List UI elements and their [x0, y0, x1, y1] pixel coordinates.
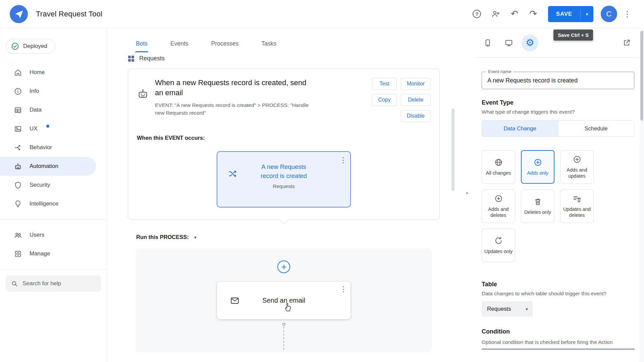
trash-icon — [533, 197, 542, 206]
tab-processes[interactable]: Processes — [211, 38, 239, 52]
globe-icon — [494, 158, 503, 167]
behavior-icon — [14, 143, 22, 152]
tab-tasks[interactable]: Tasks — [261, 38, 277, 52]
sidebar-item-intelligence[interactable]: Intelligence — [0, 194, 107, 213]
step-card-send-email[interactable]: Send an email ⋮ — [217, 281, 351, 319]
sidebar-item-behavior[interactable]: Behavior — [0, 138, 107, 157]
settings-icon: ⚙ — [526, 38, 534, 48]
segment-data-change[interactable]: Data Change — [482, 121, 558, 136]
panel-collapse-handle[interactable]: ▸ — [466, 190, 469, 196]
step-menu-button[interactable]: ⋮ — [340, 285, 347, 294]
sidebar-item-users[interactable]: Users — [0, 226, 107, 244]
sidebar-nav-secondary: Users Manage — [0, 226, 107, 263]
open-in-new-button[interactable] — [618, 35, 635, 51]
app-header: Travel Request Tool ? ↶ ↷ SAVE ▾ C ⋮ — [0, 0, 644, 28]
redo-button[interactable]: ↷ — [525, 6, 541, 22]
help-button[interactable]: ? — [469, 6, 485, 22]
event-node[interactable]: ⋮ A new Requests record is created Reque… — [217, 151, 351, 207]
page-scrollbar-thumb[interactable] — [640, 31, 643, 121]
option-adds-and-deletes[interactable]: Adds and deletes — [482, 189, 515, 223]
sidebar-item-data[interactable]: Data — [0, 101, 107, 119]
sidebar-nav: Home Info Data UX Behavior — [0, 63, 107, 213]
option-all-changes[interactable]: All changes — [482, 150, 515, 184]
copy-button[interactable]: Copy — [372, 94, 396, 106]
sidebar-item-label: Security — [30, 182, 50, 188]
breadcrumb-label[interactable]: Requests — [139, 55, 165, 62]
table-question: Data changes to which table should trigg… — [482, 291, 634, 297]
add-person-icon — [491, 9, 500, 18]
bot-card: When a new Requests record is created, s… — [128, 69, 440, 220]
avatar-initial: C — [606, 10, 612, 18]
collapse-notch[interactable] — [279, 215, 288, 224]
chevron-right-icon: ▸ — [466, 190, 469, 195]
lightbulb-icon — [14, 200, 22, 208]
more-options-button[interactable]: ⋮ — [619, 6, 635, 22]
deployed-status-badge[interactable]: Deployed — [6, 39, 55, 54]
sidebar-item-security[interactable]: Security — [0, 176, 107, 194]
home-icon — [14, 68, 22, 77]
delete-button[interactable]: Delete — [401, 94, 431, 106]
app-title: Travel Request Tool — [36, 10, 102, 18]
sidebar-item-info[interactable]: Info — [0, 82, 107, 101]
share-add-person-button[interactable] — [488, 6, 504, 22]
shuffle-icon — [228, 169, 237, 178]
sidebar-divider — [0, 269, 107, 269]
connector-node — [282, 323, 285, 326]
option-label: Updates and deletes — [562, 206, 592, 218]
save-button[interactable]: SAVE ▾ — [548, 6, 593, 22]
segment-schedule[interactable]: Schedule — [558, 121, 634, 136]
search-input[interactable] — [22, 280, 97, 287]
plus-circle-icon — [533, 158, 542, 167]
option-adds-only[interactable]: Adds only — [521, 150, 554, 184]
chevron-down-icon: ▾ — [586, 11, 588, 17]
option-updates-only[interactable]: Updates only — [482, 229, 515, 262]
save-dropdown-button[interactable]: ▾ — [581, 6, 593, 22]
sidebar-item-label: Info — [30, 88, 39, 95]
plus-circle-icon — [573, 155, 582, 164]
tab-bots[interactable]: Bots — [135, 38, 148, 52]
monitor-button[interactable]: Monitor — [401, 78, 431, 90]
option-label: Adds only — [527, 170, 548, 176]
main-scrollbar-thumb[interactable] — [451, 109, 454, 191]
process-section-header[interactable]: Run this PROCESS: ▾ — [136, 234, 474, 240]
process-section-label: Run this PROCESS: — [136, 234, 189, 240]
account-avatar[interactable]: C — [601, 6, 617, 22]
event-type-heading: Event Type — [482, 99, 634, 106]
event-node-table: Requests — [224, 183, 343, 189]
sidebar-divider — [0, 219, 107, 220]
disable-button[interactable]: Disable — [401, 110, 431, 122]
desktop-preview-button[interactable] — [500, 35, 517, 51]
sidebar-item-automation[interactable]: Automation — [0, 157, 96, 176]
option-updates-and-deletes[interactable]: Updates and deletes — [560, 189, 594, 223]
more-vert-icon: ⋮ — [339, 156, 347, 164]
option-adds-and-updates[interactable]: Adds and updates — [560, 150, 594, 184]
option-deletes-only[interactable]: Deletes only — [521, 189, 554, 223]
event-type-question: What type of change triggers this event? — [482, 109, 634, 115]
settings-tab-button[interactable]: ⚙ — [522, 35, 538, 51]
sidebar-item-label: UX — [30, 125, 38, 132]
sidebar-item-label: Manage — [30, 250, 50, 257]
breadcrumb: Requests — [128, 55, 474, 62]
table-select[interactable]: Requests ▾ — [482, 301, 533, 317]
sidebar-item-ux[interactable]: UX — [0, 119, 107, 138]
paper-plane-icon — [14, 9, 23, 19]
refresh-icon — [494, 236, 503, 245]
phone-preview-button[interactable] — [479, 35, 496, 51]
add-step-button[interactable] — [277, 260, 290, 273]
event-name-input[interactable] — [487, 77, 629, 84]
mouse-cursor-icon — [283, 302, 292, 312]
tab-events[interactable]: Events — [170, 38, 189, 52]
test-button[interactable]: Test — [372, 78, 396, 90]
save-tooltip: Save Ctrl + S — [553, 29, 593, 41]
event-node-menu-button[interactable]: ⋮ — [339, 156, 347, 165]
condition-description: Optional condition that is checked befor… — [482, 339, 623, 346]
undo-button[interactable]: ↶ — [506, 6, 523, 22]
process-canvas: Send an email ⋮ — [136, 248, 432, 352]
page-scrollbar[interactable] — [640, 28, 644, 362]
event-section-label: When this EVENT occurs: — [137, 135, 431, 141]
condition-input-edge[interactable] — [482, 349, 635, 350]
option-label: All changes — [486, 170, 511, 176]
sidebar-item-home[interactable]: Home — [0, 63, 107, 82]
sidebar-item-manage[interactable]: Manage — [0, 244, 107, 263]
panel-body: Event name Event Type What type of chang… — [475, 72, 640, 350]
